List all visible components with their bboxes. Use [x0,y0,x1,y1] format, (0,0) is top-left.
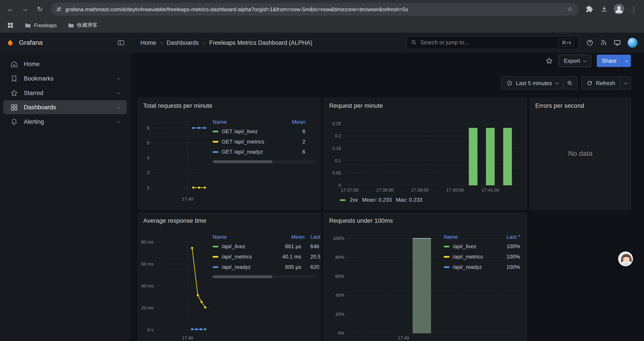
legend-col-mean[interactable]: Mean [292,119,316,125]
legend-row[interactable]: /api/_readyz 100% [444,262,520,272]
time-range-picker[interactable]: Last 5 minutes [502,77,563,89]
downloads-icon[interactable] [597,2,611,16]
legend-col-name[interactable]: Name [212,119,227,125]
sidebar-toggle-icon[interactable] [118,39,125,46]
scrollbar-thumb[interactable] [212,275,273,278]
svg-text:80%: 80% [335,254,344,260]
search-box[interactable]: ⌘+k [406,36,579,49]
refresh-interval-button[interactable] [620,77,630,89]
forward-icon[interactable]: → [18,2,32,16]
sidebar-item-starred[interactable]: Starred [3,86,127,100]
svg-text:0 s: 0 s [148,327,154,332]
legend-row[interactable]: /api/_metrics 40.1 ms 20.5 ms [212,251,320,262]
bookmarks-bar: Freeleaps 收藏博客 [0,18,644,33]
sidebar-item-label: Bookmarks [24,75,54,82]
bookmark-folder-freeleaps[interactable]: Freeleaps [22,21,60,30]
legend-row[interactable]: /api/_readyz 605 µs 620 µs [212,262,320,272]
svg-text:17:40: 17:40 [182,335,193,340]
reload-glyph: ↻ [37,5,42,13]
series-name: /api/_metrics [453,253,494,260]
zoom-out-icon[interactable] [563,77,577,89]
browser-menu-icon[interactable]: ⋮ [627,2,641,16]
export-button[interactable]: Export [558,55,591,67]
legend-row[interactable]: /api/_metrics 100% [444,251,520,262]
svg-text:17:40: 17:40 [182,196,193,201]
url-input[interactable] [65,6,560,12]
back-glyph: ← [7,5,14,13]
panel-title[interactable]: Total requests per minute [138,98,320,109]
bookmark-star-icon[interactable]: ☆ [564,5,576,13]
legend-row[interactable]: GET /api/_livez 6 [212,126,316,137]
legend-col-name[interactable]: Name [212,234,227,240]
apps-grid-icon[interactable] [4,19,16,31]
share-button[interactable]: Share [597,55,622,67]
back-icon[interactable]: ← [3,2,17,16]
refresh-label: Refresh [596,80,615,86]
browser-profile-avatar[interactable] [612,2,626,16]
grafana-logo[interactable] [6,38,15,47]
legend-col-last[interactable]: Last * [304,234,320,240]
legend-inline[interactable]: 2xx Mean: 0.233 Max: 0.233 [340,197,422,203]
legend-row[interactable]: GET /api/_metrics 2 [212,137,316,147]
chevron-down-icon[interactable] [117,76,120,80]
refresh-button[interactable]: Refresh [582,77,620,89]
series-color-dash [212,266,218,267]
dashboards-grid-icon [10,103,18,111]
legend-scrollbar[interactable] [212,160,316,163]
more-glyph: ⋮ [630,5,637,13]
total-requests-chart[interactable]: 6543217:40 [140,116,212,207]
panel-title[interactable]: Request per minute [324,98,526,109]
series-mean: 6 [302,149,316,155]
legend-col-name[interactable]: Name [444,234,458,240]
legend-col-last[interactable]: Last * [498,234,520,240]
breadcrumb-dashboards[interactable]: Dashboards [166,39,198,46]
sidebar-item-alerting[interactable]: Alerting [3,115,127,129]
reload-icon[interactable]: ↻ [33,2,47,16]
grafana-profile-avatar[interactable] [628,38,638,47]
svg-text:20 ms: 20 ms [141,305,154,310]
time-picker-group: Last 5 minutes [501,76,577,90]
panel-title[interactable]: Requests under 100ms [324,213,526,224]
avg-response-chart[interactable]: 80 ms60 ms40 ms20 ms0 s17:40 [140,231,212,341]
legend-col-mean[interactable]: Mean [278,234,305,240]
request-per-minute-chart[interactable]: 0.250.20.150.10.05017:37:0017:38:0017:39… [328,118,524,196]
legend-row[interactable]: /api/_livez 661 µs 646 µs [212,241,320,251]
site-info-icon[interactable] [56,6,62,12]
extensions-icon[interactable] [582,2,596,16]
legend-row[interactable]: GET /api/_readyz 6 [212,147,316,157]
sidebar-item-dashboards[interactable]: Dashboards [3,100,127,114]
svg-text:0.1: 0.1 [335,158,341,163]
chevron-down-icon[interactable] [117,91,120,94]
chevron-down-icon[interactable] [117,105,120,109]
sidebar-item-bookmarks[interactable]: Bookmarks [3,72,127,86]
breadcrumb-home[interactable]: Home [140,39,156,46]
legend-row[interactable]: /api/_livez 100% [444,241,520,251]
floating-avatar-button[interactable] [618,251,633,266]
news-rss-icon[interactable] [600,39,607,46]
series-name: GET /api/_metrics [222,138,264,145]
bookmark-folder-blogs[interactable]: 收藏博客 [65,21,100,30]
sidebar-item-home[interactable]: Home [3,57,127,71]
legend-scrollbar[interactable] [212,275,316,278]
svg-text:60%: 60% [335,274,344,279]
panel-title[interactable]: Average response time [138,213,320,224]
help-icon[interactable] [586,39,594,46]
kiosk-monitor-icon[interactable] [614,39,621,46]
favorite-star-icon[interactable] [545,57,553,65]
forward-glyph: → [22,5,28,13]
screenshot-root: ← → ↻ ☆ ⋮ Freeleaps [0,0,644,341]
folder-icon [24,22,31,29]
share-menu-button[interactable] [622,55,631,67]
no-data-message: No data [530,98,630,209]
scrollbar-thumb[interactable] [212,160,273,163]
svg-text:40%: 40% [335,292,344,297]
dashboard-main: Export Share Last 5 minutes [130,53,644,341]
chevron-down-icon[interactable] [117,120,120,123]
series-name: GET /api/_readyz [222,149,263,155]
series-name: 2xx [350,197,358,203]
search-input[interactable] [420,40,555,46]
sidebar-item-label: Dashboards [24,104,56,111]
export-label: Export [564,58,580,64]
omnibox[interactable]: ☆ [51,3,578,15]
series-name: /api/_metrics [222,253,272,260]
